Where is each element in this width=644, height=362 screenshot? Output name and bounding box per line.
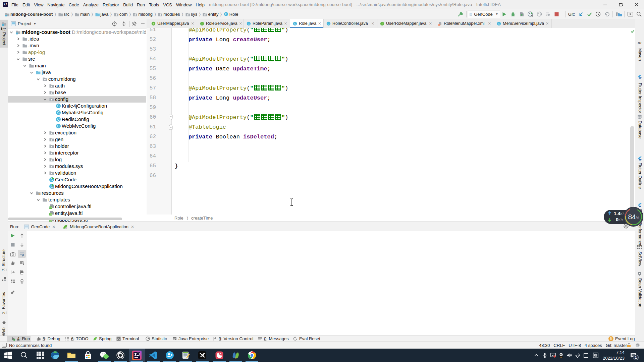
svg-text:C: C	[248, 22, 250, 25]
svg-text:C: C	[294, 22, 296, 25]
svg-text:I: I	[153, 22, 154, 25]
svg-text:C: C	[57, 111, 59, 115]
svg-text:C: C	[498, 22, 500, 25]
svg-text:I: I	[382, 22, 382, 25]
svg-text:C: C	[225, 12, 227, 16]
svg-text:I: I	[202, 22, 202, 25]
svg-text:C: C	[328, 22, 330, 25]
svg-text:C: C	[57, 124, 59, 128]
svg-text:C: C	[57, 104, 59, 108]
svg-text:<>: <>	[438, 23, 440, 26]
svg-text:<>: <>	[49, 206, 53, 209]
svg-text:<>: <>	[49, 213, 53, 216]
svg-text:C: C	[57, 118, 59, 121]
